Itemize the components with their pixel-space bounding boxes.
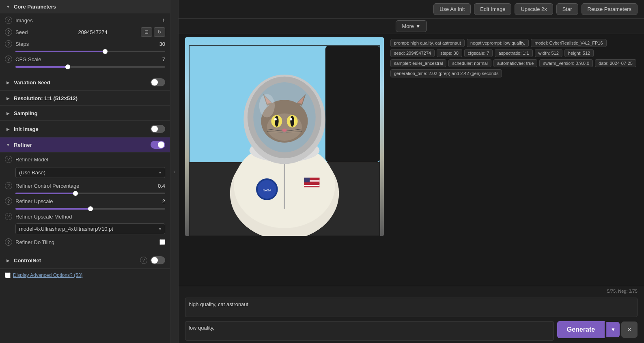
controlnet-section[interactable]: ▶ ControlNet ? bbox=[0, 252, 170, 269]
refiner-upscale-label: Refiner Upscale bbox=[15, 198, 149, 204]
seed-value: 2094547274 bbox=[78, 29, 141, 35]
positive-prompt-input[interactable]: high quality, cat astronaut bbox=[185, 298, 638, 317]
images-label: Images bbox=[15, 17, 149, 24]
metadata-tag: sampler: euler_ancestral bbox=[390, 59, 446, 67]
generate-dropdown-button[interactable]: ▼ bbox=[606, 322, 620, 337]
sampling-section[interactable]: ▶ Sampling bbox=[0, 106, 170, 121]
sidebar: ▼ Core Parameters ? Images 1 ? Seed 2094… bbox=[0, 0, 170, 343]
refiner-control-pct-slider-thumb[interactable] bbox=[73, 191, 78, 196]
refiner-control-pct-slider-track bbox=[15, 193, 165, 194]
cfg-scale-slider-track bbox=[15, 66, 165, 68]
refiner-model-select[interactable]: (Use Base) bbox=[15, 167, 165, 178]
refiner-model-label: Refiner Model bbox=[15, 156, 165, 163]
core-parameters-content: ? Images 1 ? Seed 2094547274 ⊟ ↻ ? Steps… bbox=[0, 13, 170, 74]
advanced-options-link[interactable]: Display Advanced Options? (53) bbox=[13, 272, 82, 278]
cfg-scale-value: 7 bbox=[149, 56, 165, 62]
steps-help-icon[interactable]: ? bbox=[5, 40, 12, 47]
refiner-header[interactable]: ▼ Refiner bbox=[0, 137, 170, 152]
steps-slider-container bbox=[5, 51, 165, 56]
refiner-control-pct-row: ? Refiner Control Percentage 0.4 bbox=[5, 182, 165, 189]
seed-row: ? Seed 2094547274 ⊟ ↻ bbox=[5, 27, 165, 37]
core-parameters-title: Core Parameters bbox=[14, 4, 165, 10]
controlnet-toggle[interactable] bbox=[151, 256, 165, 264]
resolution-chevron-icon: ▶ bbox=[5, 95, 11, 101]
advanced-options-checkbox[interactable] bbox=[5, 272, 11, 278]
edit-image-button[interactable]: Edit Image bbox=[474, 3, 511, 15]
seed-copy-button[interactable]: ⊟ bbox=[141, 27, 152, 37]
steps-slider-thumb[interactable] bbox=[103, 49, 108, 54]
refiner-do-tiling-checkbox[interactable] bbox=[159, 239, 165, 245]
negative-prompt-input[interactable]: low quality, bbox=[185, 321, 554, 341]
images-row: ? Images 1 bbox=[5, 17, 165, 24]
close-button[interactable]: ✕ bbox=[621, 322, 638, 338]
refiner-model-help-icon[interactable]: ? bbox=[5, 156, 12, 163]
app-container: ▼ Core Parameters ? Images 1 ? Seed 2094… bbox=[0, 0, 644, 343]
metadata-tag: width: 512 bbox=[535, 49, 562, 57]
refiner-upscale-slider-thumb[interactable] bbox=[88, 206, 93, 211]
svg-point-30 bbox=[274, 118, 277, 120]
seed-actions: ⊟ ↻ bbox=[141, 27, 165, 37]
refiner-control-pct-label: Refiner Control Percentage bbox=[15, 183, 149, 189]
refiner-toggle[interactable] bbox=[151, 141, 165, 149]
controlnet-help-icon[interactable]: ? bbox=[140, 257, 147, 264]
cfg-scale-help-icon[interactable]: ? bbox=[5, 56, 12, 63]
variation-seed-chevron-icon: ▶ bbox=[5, 79, 11, 86]
init-image-section[interactable]: ▶ Init Image bbox=[0, 121, 170, 137]
cfg-scale-slider-fill bbox=[15, 66, 68, 68]
seed-help-icon[interactable]: ? bbox=[5, 28, 12, 36]
variation-seed-section[interactable]: ▶ Variation Seed bbox=[0, 74, 170, 91]
seed-random-button[interactable]: ↻ bbox=[154, 27, 165, 37]
star-button[interactable]: Star bbox=[556, 3, 578, 15]
refiner-upscale-help-icon[interactable]: ? bbox=[5, 197, 12, 205]
seed-label: Seed bbox=[15, 29, 78, 35]
svg-point-29 bbox=[290, 116, 294, 127]
resolution-title: Resolution: 1:1 (512×512) bbox=[14, 95, 165, 101]
refiner-upscale-method-row: ? Refiner Upscale Method bbox=[5, 213, 165, 220]
core-parameters-header[interactable]: ▼ Core Parameters bbox=[0, 0, 170, 13]
cat-astronaut-image: NASA bbox=[185, 37, 384, 236]
refiner-do-tiling-help-icon[interactable]: ? bbox=[5, 238, 12, 246]
images-help-icon[interactable]: ? bbox=[5, 17, 12, 24]
svg-point-25 bbox=[267, 114, 302, 141]
svg-rect-15 bbox=[304, 178, 310, 182]
init-image-title: Init Image bbox=[14, 126, 151, 132]
cfg-scale-label: CFG Scale bbox=[15, 56, 149, 62]
refiner-model-row: ? Refiner Model bbox=[5, 156, 165, 163]
steps-row: ? Steps 30 bbox=[5, 40, 165, 47]
refiner-control-pct-help-icon[interactable]: ? bbox=[5, 182, 12, 189]
refiner-upscale-method-select[interactable]: model-4xUltrasharp_4xUltrasharpV10.pt bbox=[15, 223, 165, 234]
refiner-content: ? Refiner Model (Use Base) ? Refiner Con… bbox=[0, 152, 170, 252]
image-display-area: NASA bbox=[179, 34, 644, 286]
advanced-options-row: Display Advanced Options? (53) bbox=[0, 269, 170, 281]
refiner-upscale-slider-container bbox=[5, 208, 165, 213]
resolution-section[interactable]: ▶ Resolution: 1:1 (512×512) bbox=[0, 91, 170, 106]
refiner-do-tiling-label: Refiner Do Tiling bbox=[15, 239, 159, 245]
sidebar-collapse-handle[interactable]: ‹ bbox=[170, 0, 179, 343]
variation-seed-title: Variation Seed bbox=[14, 79, 151, 86]
bottom-bar: 5/75, Neg: 3/75 high quality, cat astron… bbox=[179, 286, 644, 343]
more-button[interactable]: More ▼ bbox=[396, 20, 426, 32]
metadata-tag: date: 2024-07-25 bbox=[595, 59, 636, 67]
refiner-upscale-method-help-icon[interactable]: ? bbox=[5, 213, 12, 220]
sampling-title: Sampling bbox=[14, 110, 165, 116]
metadata-tag: seed: 2094547274 bbox=[390, 49, 435, 57]
metadata-tag: aspectratio: 1:1 bbox=[495, 49, 532, 57]
variation-seed-toggle[interactable] bbox=[151, 78, 165, 86]
reuse-parameters-button[interactable]: Reuse Parameters bbox=[582, 3, 638, 15]
metadata-tag: height: 512 bbox=[564, 49, 594, 57]
steps-label: Steps bbox=[15, 41, 149, 47]
generate-button[interactable]: Generate bbox=[557, 321, 605, 338]
upscale-2x-button[interactable]: Upscale 2x bbox=[515, 3, 553, 15]
init-image-toggle[interactable] bbox=[151, 125, 165, 133]
steps-slider-track bbox=[15, 51, 165, 52]
metadata-tag: automaticvae: true bbox=[493, 59, 538, 67]
svg-rect-3 bbox=[325, 45, 380, 162]
metadata-tag: cfgscale: 7 bbox=[464, 49, 493, 57]
refiner-do-tiling-row: ? Refiner Do Tiling bbox=[5, 238, 165, 246]
cfg-scale-slider-thumb[interactable] bbox=[65, 64, 70, 69]
use-as-init-button[interactable]: Use As Init bbox=[433, 3, 471, 15]
refiner-model-select-wrapper-outer: (Use Base) bbox=[5, 167, 165, 182]
cat-astronaut-svg: NASA bbox=[185, 45, 384, 236]
generated-image: NASA bbox=[185, 37, 384, 236]
generate-actions: Generate ▼ ✕ bbox=[557, 321, 638, 338]
